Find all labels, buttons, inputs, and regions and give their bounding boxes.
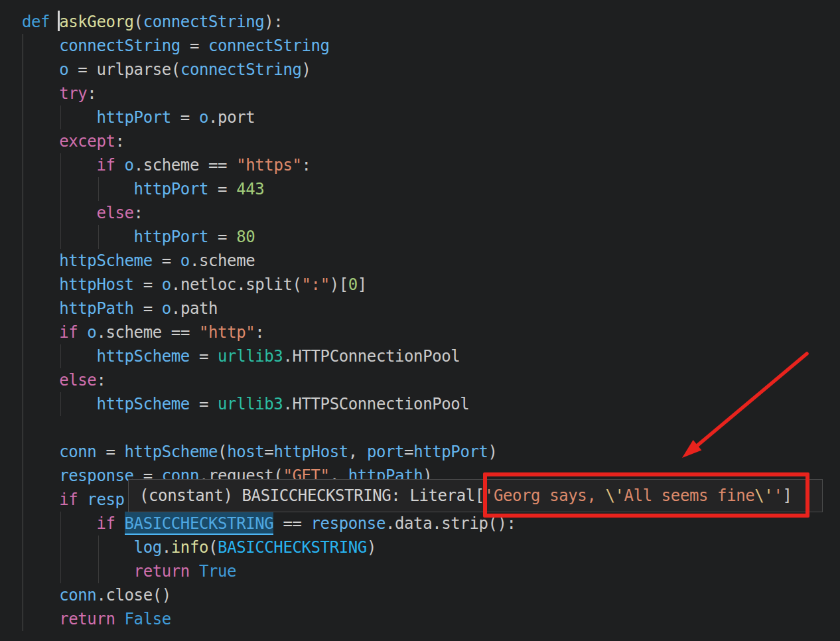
basiccheckstring-link[interactable]: BASICCHECKSTRING <box>125 512 274 535</box>
tooltip-token: \' <box>605 486 624 505</box>
code-token <box>22 60 59 79</box>
code-token: : <box>255 323 264 342</box>
code-token: response <box>311 514 385 533</box>
code-token: o <box>162 299 171 318</box>
code-token <box>22 443 59 461</box>
code-token: if <box>96 514 124 533</box>
editor-screen: def askGeorg(connectString): connectStri… <box>0 0 840 641</box>
code-token <box>22 299 59 318</box>
code-area[interactable]: def askGeorg(connectString): connectStri… <box>0 10 840 631</box>
code-token: = <box>180 36 208 55</box>
code-token <box>22 466 59 485</box>
code-token: connectString <box>59 36 180 55</box>
code-token: if <box>59 490 87 509</box>
code-token: o <box>125 156 134 175</box>
code-token: def <box>22 13 59 31</box>
code-line-24: return True <box>0 559 840 583</box>
code-token: : <box>134 204 143 222</box>
code-token: = <box>96 443 124 461</box>
code-token: False <box>125 610 171 628</box>
code-token: = <box>134 299 162 318</box>
code-token <box>22 251 59 270</box>
code-token: ) <box>367 538 376 557</box>
code-token: = <box>171 108 199 127</box>
code-token: == <box>171 323 199 342</box>
code-token: httpPort <box>413 443 488 461</box>
code-token: .close() <box>96 586 171 605</box>
code-line-25: conn.close() <box>0 583 840 607</box>
code-token: ":" <box>302 275 330 294</box>
code-line-14: if o.scheme == "http": <box>0 320 840 344</box>
code-token: else <box>96 204 133 222</box>
code-line-11: httpScheme = o.scheme <box>0 249 840 273</box>
code-line-4: try: <box>0 82 840 106</box>
code-line-18 <box>0 416 840 440</box>
code-token: httpPort <box>134 180 208 198</box>
code-token <box>22 132 59 151</box>
code-line-17: httpScheme = urllib3.HTTPSConnectionPool <box>0 392 840 416</box>
code-token: .data.strip(): <box>385 514 516 533</box>
code-line-16: else: <box>0 368 840 392</box>
code-line-22: if BASICCHECKSTRING == response.data.str… <box>0 512 840 535</box>
tooltip-token: 'Georg says, <box>484 486 606 505</box>
code-line-7: if o.scheme == "https": <box>0 153 840 177</box>
code-token: if <box>96 156 124 175</box>
code-token: = <box>190 347 218 366</box>
code-token: : <box>96 371 105 390</box>
code-token: resp <box>87 490 124 509</box>
tooltip-token: ' <box>773 486 782 505</box>
code-token: response <box>59 466 133 485</box>
code-line-2: connectString = connectString <box>0 34 840 58</box>
code-token: .scheme <box>134 156 208 175</box>
code-token: httpPath <box>59 299 133 318</box>
code-token <box>22 610 59 628</box>
code-token <box>22 514 96 533</box>
code-token: host <box>227 443 264 461</box>
code-token: : <box>115 132 125 151</box>
code-token <box>22 108 96 127</box>
code-line-3: o = urlparse(connectString) <box>0 58 840 82</box>
code-token: return <box>59 610 124 628</box>
code-token: httpPort <box>96 108 171 127</box>
code-token <box>22 156 96 175</box>
code-token: connectString <box>208 36 330 55</box>
code-token <box>22 538 134 557</box>
code-token: port <box>367 443 404 461</box>
code-token: = <box>404 443 413 461</box>
code-token <box>22 84 59 103</box>
code-token: conn <box>59 443 96 461</box>
code-line-8: httpPort = 443 <box>0 177 840 201</box>
code-token: try <box>59 84 87 103</box>
code-token: = <box>68 60 96 79</box>
code-token: connectString <box>143 13 265 31</box>
code-token: o <box>59 60 68 79</box>
code-token: o <box>199 108 208 127</box>
text-cursor <box>58 11 60 31</box>
code-token: = <box>134 275 162 294</box>
code-token <box>22 323 59 342</box>
code-token: )[ <box>330 275 348 294</box>
code-line-5: httpPort = o.port <box>0 106 840 129</box>
code-line-19: conn = httpScheme(host=httpHost, port=ht… <box>0 440 840 464</box>
code-token: .scheme <box>190 251 255 270</box>
code-token: except <box>59 132 115 151</box>
code-token: httpHost <box>273 443 348 461</box>
code-token: : <box>302 156 311 175</box>
code-token <box>22 395 96 413</box>
tooltip-token: All seems fine <box>624 486 755 505</box>
code-line-6: except: <box>0 129 840 153</box>
code-token: httpHost <box>59 275 133 294</box>
code-token: httpScheme <box>96 395 190 413</box>
code-token: return <box>134 562 199 581</box>
code-token: 0 <box>348 275 358 294</box>
code-token: ] <box>358 275 367 294</box>
code-token: . <box>162 538 171 557</box>
code-token: .path <box>171 299 218 318</box>
code-token: connectString <box>180 60 302 79</box>
code-token: log <box>134 538 162 557</box>
code-token: 443 <box>236 180 264 198</box>
code-token: == <box>208 156 236 175</box>
code-token: .HTTPSConnectionPool <box>283 395 469 413</box>
hover-tooltip: (constant) BASICCHECKSTRING: Literal['Ge… <box>128 479 823 512</box>
code-token: ): <box>264 13 283 31</box>
